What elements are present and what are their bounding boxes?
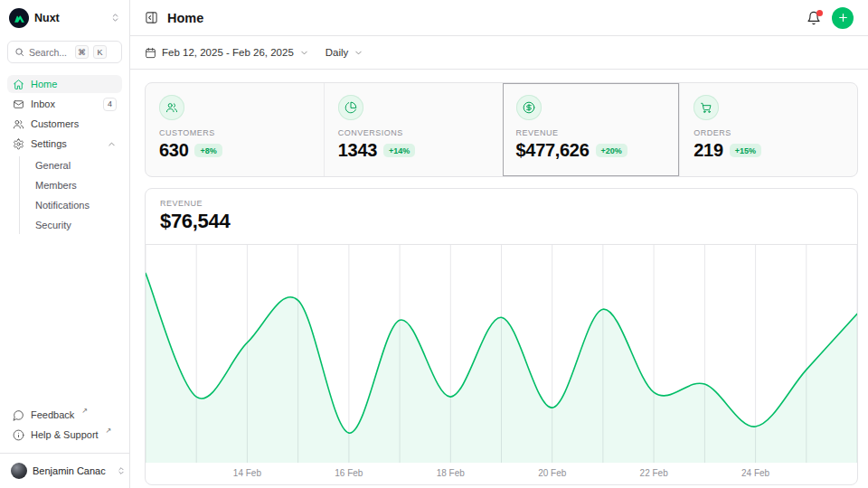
sub-item-label: Notifications: [35, 200, 90, 211]
sidebar-item-label: Customers: [31, 118, 79, 129]
notifications-button[interactable]: [807, 11, 821, 25]
sidebar-item-security[interactable]: Security: [30, 216, 122, 234]
workspace-switcher[interactable]: Nuxt: [7, 7, 122, 29]
search-icon: [14, 47, 24, 57]
sidebar-item-label: Inbox: [31, 99, 55, 109]
sidebar-footer: Feedback ↗ Help & Support ↗ Benjamin Can…: [7, 406, 122, 481]
sidebar-collapse-button[interactable]: [145, 11, 158, 24]
stat-label: ORDERS: [693, 128, 844, 137]
sidebar-divider: [0, 453, 129, 454]
sidebar: Nuxt ⌘ K Home: [0, 0, 130, 488]
stat-delta-badge: +15%: [730, 144, 761, 157]
sub-item-label: General: [35, 160, 71, 171]
sidebar-item-label: Settings: [31, 138, 67, 149]
settings-sub-list: General Members Notifications Security: [19, 156, 122, 234]
stat-value: 1343: [338, 140, 377, 161]
user-menu[interactable]: Benjamin Canac: [7, 461, 122, 481]
dollar-circle-icon: [516, 95, 542, 120]
content: CUSTOMERS 630 +8% CONVERSIONS 1343 +14%: [130, 70, 868, 488]
cart-icon: [693, 95, 719, 120]
chart-label: REVENUE: [160, 199, 843, 208]
sidebar-item-home[interactable]: Home: [7, 75, 122, 93]
stat-delta-badge: +8%: [194, 144, 222, 157]
sidebar-item-members[interactable]: Members: [30, 176, 122, 194]
app-window: Nuxt ⌘ K Home: [0, 0, 868, 488]
sidebar-item-inbox[interactable]: Inbox 4: [7, 95, 122, 113]
sidebar-item-customers[interactable]: Customers: [7, 115, 122, 133]
nuxt-logo-icon: [9, 8, 29, 28]
external-link-icon: ↗: [106, 426, 112, 437]
stats-row: CUSTOMERS 630 +8% CONVERSIONS 1343 +14%: [145, 82, 858, 177]
chart-current-value: $76,544: [160, 210, 843, 233]
external-link-icon: ↗: [81, 406, 88, 418]
users-icon: [159, 95, 184, 120]
users-icon: [13, 118, 24, 130]
sidebar-nav: Home Inbox 4 Customers Sett: [7, 75, 122, 234]
stat-card-customers[interactable]: CUSTOMERS 630 +8%: [146, 83, 324, 176]
chart-header: REVENUE $76,544: [146, 189, 857, 245]
inbox-count-badge: 4: [103, 98, 117, 111]
footer-item-label: Feedback: [31, 409, 74, 420]
revenue-chart-plot[interactable]: [146, 245, 857, 463]
home-icon: [13, 79, 24, 90]
panel-left-close-icon: [145, 11, 158, 24]
stat-value: 630: [159, 140, 188, 161]
revenue-area-chart: [146, 245, 857, 463]
top-header: Home: [130, 0, 868, 36]
pie-chart-icon: [338, 95, 363, 120]
user-name: Benjamin Canac: [33, 465, 106, 476]
interval-select[interactable]: Daily: [326, 47, 364, 58]
stat-card-orders[interactable]: ORDERS 219 +15%: [679, 83, 857, 176]
add-button[interactable]: [832, 7, 854, 29]
chat-bubble-icon: [13, 409, 24, 421]
sidebar-item-label: Home: [31, 79, 57, 89]
info-icon: [13, 429, 24, 441]
calendar-icon: [145, 47, 156, 59]
inbox-icon: [13, 99, 24, 110]
feedback-link[interactable]: Feedback ↗: [7, 406, 122, 424]
search-input-wrapper[interactable]: ⌘ K: [7, 41, 122, 63]
workspace-name: Nuxt: [34, 12, 60, 24]
revenue-chart-card: REVENUE $76,544 14 Feb16 Feb18 Feb20 Feb…: [145, 188, 858, 485]
date-range-picker[interactable]: Feb 12, 2025 - Feb 26, 2025: [145, 47, 309, 59]
help-support-link[interactable]: Help & Support ↗: [7, 426, 122, 444]
chevron-down-icon: [299, 48, 309, 58]
notification-dot: [816, 10, 823, 16]
stat-label: CONVERSIONS: [338, 128, 488, 137]
interval-value: Daily: [326, 47, 349, 58]
chevrons-up-down-icon: [110, 10, 120, 26]
x-axis-tick-label: 16 Feb: [335, 468, 363, 478]
sidebar-item-general[interactable]: General: [30, 156, 122, 174]
stat-label: CUSTOMERS: [159, 128, 310, 137]
search-input[interactable]: [29, 47, 71, 58]
chevron-down-icon: [354, 48, 363, 58]
sidebar-item-notifications[interactable]: Notifications: [30, 196, 122, 214]
stat-value: $477,626: [516, 140, 590, 161]
main-area: Home Feb 12, 2: [130, 0, 868, 488]
stat-card-conversions[interactable]: CONVERSIONS 1343 +14%: [324, 83, 502, 176]
gear-icon: [13, 138, 24, 150]
stat-delta-badge: +20%: [596, 144, 627, 157]
stat-label: REVENUE: [516, 128, 666, 137]
kbd-k: K: [93, 45, 107, 59]
chevrons-up-down-icon: [117, 463, 126, 479]
x-axis-tick-label: 20 Feb: [538, 468, 566, 478]
date-range-value: Feb 12, 2025 - Feb 26, 2025: [162, 47, 294, 58]
chevron-up-icon: [107, 139, 117, 149]
x-axis-tick-label: 24 Feb: [741, 468, 769, 478]
stat-delta-badge: +14%: [383, 144, 415, 157]
plus-icon: [837, 12, 849, 23]
filters-toolbar: Feb 12, 2025 - Feb 26, 2025 Daily: [130, 36, 868, 70]
x-axis-tick-label: 14 Feb: [233, 468, 261, 478]
kbd-meta: ⌘: [75, 45, 89, 59]
sidebar-item-settings[interactable]: Settings: [7, 135, 122, 153]
user-avatar: [11, 463, 27, 479]
chart-x-axis: 14 Feb16 Feb18 Feb20 Feb22 Feb24 Feb: [146, 463, 857, 484]
sub-item-label: Members: [35, 180, 77, 191]
stat-value: 219: [693, 140, 722, 161]
page-title: Home: [167, 11, 203, 25]
sub-item-label: Security: [35, 220, 71, 230]
stat-card-revenue[interactable]: REVENUE $477,626 +20%: [502, 83, 680, 176]
x-axis-tick-label: 18 Feb: [437, 468, 465, 478]
footer-item-label: Help & Support: [31, 429, 99, 440]
